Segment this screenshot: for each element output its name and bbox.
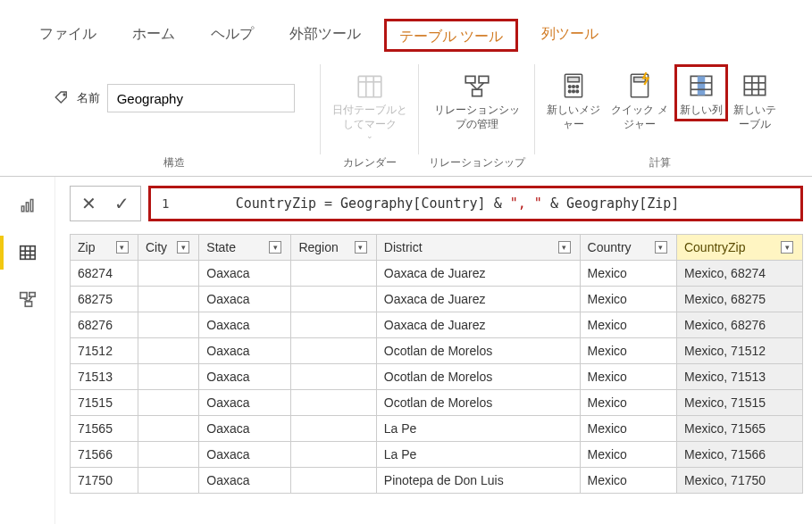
cell-zip[interactable]: 71565 <box>71 416 138 442</box>
tab-help[interactable]: ヘルプ <box>198 16 266 52</box>
table-row[interactable]: 71513OaxacaOcotlan de MorelosMexicoMexic… <box>71 364 803 390</box>
cell-district[interactable]: Ocotlan de Morelos <box>376 338 580 364</box>
cell-state[interactable]: Oaxaca <box>199 468 291 494</box>
cell-countryzip[interactable]: Mexico, 68276 <box>676 312 802 338</box>
col-header-countryzip[interactable]: CountryZip▾ <box>676 235 802 261</box>
cell-district[interactable]: Oaxaca de Juarez <box>376 287 580 312</box>
cell-zip[interactable]: 71513 <box>71 364 138 390</box>
tab-file[interactable]: ファイル <box>27 16 109 52</box>
cell-city[interactable] <box>138 364 198 390</box>
tab-table-tools[interactable]: テーブル ツール <box>384 19 518 52</box>
table-row[interactable]: 71565OaxacaLa PeMexicoMexico, 71565 <box>71 416 803 442</box>
cell-district[interactable]: La Pe <box>376 442 580 468</box>
cell-state[interactable]: Oaxaca <box>199 364 291 390</box>
cell-state[interactable]: Oaxaca <box>199 261 291 287</box>
cell-country[interactable]: Mexico <box>580 287 676 312</box>
cell-country[interactable]: Mexico <box>580 364 676 390</box>
table-name-input[interactable] <box>107 84 295 112</box>
mark-as-date-table-button[interactable]: 日付テーブルとしてマーク ⌄ <box>329 64 411 146</box>
table-row[interactable]: 68274OaxacaOaxaca de JuarezMexicoMexico,… <box>71 261 803 287</box>
table-row[interactable]: 71566OaxacaLa PeMexicoMexico, 71566 <box>71 442 803 468</box>
cell-countryzip[interactable]: Mexico, 71515 <box>676 390 802 416</box>
cell-countryzip[interactable]: Mexico, 71565 <box>676 416 802 442</box>
cell-state[interactable]: Oaxaca <box>199 416 291 442</box>
col-header-state[interactable]: State▾ <box>199 235 291 261</box>
col-header-region[interactable]: Region▾ <box>291 235 376 261</box>
new-measure-button[interactable]: 新しいメジャー <box>542 64 605 135</box>
col-header-city[interactable]: City▾ <box>138 235 198 261</box>
new-table-button[interactable]: 新しいテーブル <box>732 64 778 135</box>
cell-country[interactable]: Mexico <box>580 468 676 494</box>
cell-countryzip[interactable]: Mexico, 71566 <box>676 442 802 468</box>
filter-dropdown-icon[interactable]: ▾ <box>355 241 367 254</box>
cell-city[interactable] <box>138 468 198 494</box>
cell-city[interactable] <box>138 287 198 312</box>
commit-formula-button[interactable]: ✓ <box>114 193 130 214</box>
cell-zip[interactable]: 68276 <box>71 312 138 338</box>
col-header-district[interactable]: District▾ <box>376 235 580 261</box>
cell-district[interactable]: Pinotepa de Don Luis <box>376 468 580 494</box>
cell-state[interactable]: Oaxaca <box>199 442 291 468</box>
cell-state[interactable]: Oaxaca <box>199 390 291 416</box>
cell-zip[interactable]: 71750 <box>71 468 138 494</box>
report-view-button[interactable] <box>6 193 49 220</box>
cell-state[interactable]: Oaxaca <box>199 312 291 338</box>
cell-countryzip[interactable]: Mexico, 68275 <box>676 287 802 312</box>
new-column-button[interactable]: 新しい列 <box>674 64 728 121</box>
col-header-country[interactable]: Country▾ <box>580 235 676 261</box>
cell-city[interactable] <box>138 312 198 338</box>
cell-region[interactable] <box>291 390 376 416</box>
cell-district[interactable]: Oaxaca de Juarez <box>376 261 580 287</box>
formula-input[interactable]: 1 CountryZip = Geography[Country] & ", "… <box>148 186 803 221</box>
filter-dropdown-icon[interactable]: ▾ <box>269 241 281 254</box>
quick-measure-button[interactable]: クイック メジャー <box>608 64 671 135</box>
cell-zip[interactable]: 68275 <box>71 287 138 312</box>
cell-country[interactable]: Mexico <box>580 261 676 287</box>
filter-dropdown-icon[interactable]: ▾ <box>177 241 189 254</box>
col-header-zip[interactable]: Zip▾ <box>71 235 138 261</box>
cell-district[interactable]: Ocotlan de Morelos <box>376 364 580 390</box>
cell-city[interactable] <box>138 416 198 442</box>
cell-region[interactable] <box>291 416 376 442</box>
cell-zip[interactable]: 68274 <box>71 261 138 287</box>
tab-external-tools[interactable]: 外部ツール <box>277 16 373 52</box>
cell-region[interactable] <box>291 364 376 390</box>
cell-country[interactable]: Mexico <box>580 312 676 338</box>
cell-region[interactable] <box>291 261 376 287</box>
cell-city[interactable] <box>138 442 198 468</box>
cell-district[interactable]: La Pe <box>376 416 580 442</box>
cell-region[interactable] <box>291 338 376 364</box>
table-row[interactable]: 71512OaxacaOcotlan de MorelosMexicoMexic… <box>71 338 803 364</box>
filter-dropdown-icon[interactable]: ▾ <box>781 241 793 254</box>
data-view-button[interactable] <box>6 239 49 266</box>
cell-state[interactable]: Oaxaca <box>199 287 291 312</box>
cell-region[interactable] <box>291 287 376 312</box>
cell-city[interactable] <box>138 338 198 364</box>
filter-dropdown-icon[interactable]: ▾ <box>558 241 571 254</box>
cell-state[interactable]: Oaxaca <box>199 338 291 364</box>
cell-countryzip[interactable]: Mexico, 71512 <box>676 338 802 364</box>
cell-region[interactable] <box>291 468 376 494</box>
cell-countryzip[interactable]: Mexico, 71750 <box>676 468 802 494</box>
filter-dropdown-icon[interactable]: ▾ <box>116 241 129 254</box>
cell-countryzip[interactable]: Mexico, 68274 <box>676 261 802 287</box>
table-row[interactable]: 71750OaxacaPinotepa de Don LuisMexicoMex… <box>71 468 803 494</box>
cell-district[interactable]: Ocotlan de Morelos <box>376 390 580 416</box>
cell-zip[interactable]: 71512 <box>71 338 138 364</box>
filter-dropdown-icon[interactable]: ▾ <box>655 241 667 254</box>
cell-region[interactable] <box>291 442 376 468</box>
cell-country[interactable]: Mexico <box>580 390 676 416</box>
table-row[interactable]: 68276OaxacaOaxaca de JuarezMexicoMexico,… <box>71 312 803 338</box>
cell-city[interactable] <box>138 390 198 416</box>
cell-region[interactable] <box>291 312 376 338</box>
cell-country[interactable]: Mexico <box>580 416 676 442</box>
table-row[interactable]: 71515OaxacaOcotlan de MorelosMexicoMexic… <box>71 390 803 416</box>
cell-zip[interactable]: 71515 <box>71 390 138 416</box>
cell-zip[interactable]: 71566 <box>71 442 138 468</box>
model-view-button[interactable] <box>6 286 49 312</box>
tab-column-tools[interactable]: 列ツール <box>529 16 611 52</box>
manage-relationships-button[interactable]: リレーションシップの管理 <box>428 64 526 135</box>
tab-home[interactable]: ホーム <box>120 16 188 52</box>
cell-country[interactable]: Mexico <box>580 442 676 468</box>
table-row[interactable]: 68275OaxacaOaxaca de JuarezMexicoMexico,… <box>71 287 803 312</box>
